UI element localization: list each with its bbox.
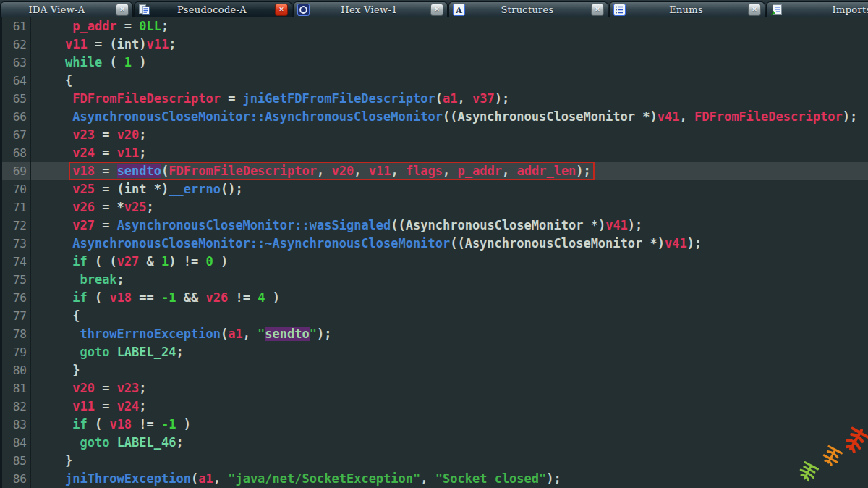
tab-label: Structures <box>467 4 588 15</box>
line-number: 84 <box>0 434 31 452</box>
code-line: if ( (v27 & 1) != 0 ) <box>31 253 868 271</box>
line-number: 63 <box>0 54 31 72</box>
code-row-76[interactable]: 76 if ( v18 == -1 && v26 != 4 ) <box>0 289 868 307</box>
code-line: { <box>31 72 868 90</box>
tab-bar: IDA View-A✕Pseudocode-A✕Hex View-1✕AStru… <box>0 0 868 19</box>
line-number: 76 <box>0 289 31 307</box>
close-icon[interactable]: ✕ <box>430 4 443 16</box>
line-number: 79 <box>0 343 31 361</box>
line-number: 77 <box>0 307 31 325</box>
line-number: 85 <box>0 452 31 470</box>
code-row-82[interactable]: 82 v11 = v24; <box>0 397 868 416</box>
code-line: throwErrnoException(a1, "sendto"); <box>31 325 868 343</box>
line-number: 78 <box>0 325 31 343</box>
code-row-71[interactable]: 71 v26 = *v25; <box>0 198 868 216</box>
code-row-62[interactable]: 62 v11 = (int)v11; <box>0 35 868 54</box>
code-row-84[interactable]: 84 goto LABEL_46; <box>0 434 868 452</box>
line-number: 66 <box>0 108 31 126</box>
line-number: 62 <box>0 35 31 54</box>
code-line: v26 = *v25; <box>31 198 868 216</box>
code-line: if ( v18 != -1 ) <box>31 416 868 434</box>
code-row-77[interactable]: 77 { <box>0 307 868 325</box>
code-line: v18 = sendto(FDFromFileDescriptor, v20, … <box>31 162 868 180</box>
pseudocode-icon <box>138 4 150 16</box>
tab-label: IDA View-A <box>1 4 113 15</box>
line-number: 73 <box>0 235 31 253</box>
code-line: AsynchronousCloseMonitor::~AsynchronousC… <box>31 235 868 253</box>
code-row-65[interactable]: 65 FDFromFileDescriptor = jniGetFDFromFi… <box>0 90 868 108</box>
line-number: 68 <box>0 144 31 162</box>
line-number: 86 <box>0 470 31 488</box>
tab-label: Imports <box>784 4 868 15</box>
line-number: 75 <box>0 271 31 289</box>
close-icon[interactable]: ✕ <box>116 4 129 16</box>
close-icon[interactable]: ✕ <box>591 4 604 16</box>
code-line: v27 = AsynchronousCloseMonitor::wasSigna… <box>31 216 868 235</box>
line-number: 67 <box>0 126 31 144</box>
tab-hex-view-1[interactable]: Hex View-1✕ <box>293 1 448 17</box>
code-row-69[interactable]: 69 v18 = sendto(FDFromFileDescriptor, v2… <box>0 162 868 180</box>
close-icon[interactable]: ✕ <box>748 4 761 16</box>
pseudocode-view: 61 p_addr = 0LL;62 v11 = (int)v11;63 whi… <box>0 17 868 488</box>
line-number: 65 <box>0 90 31 108</box>
code-row-83[interactable]: 83 if ( v18 != -1 ) <box>0 416 868 434</box>
code-row-80[interactable]: 80 } <box>0 361 868 379</box>
code-line: p_addr = 0LL; <box>31 17 868 35</box>
line-number: 64 <box>0 72 31 90</box>
tab-label: Pseudocode-A <box>152 4 272 15</box>
imports-icon <box>770 4 783 16</box>
tab-ida-view-a[interactable]: IDA View-A✕ <box>0 1 133 17</box>
code-line: } <box>31 361 868 379</box>
tab-imports[interactable]: Imports✕ <box>766 1 868 17</box>
enums-icon <box>613 4 626 16</box>
code-row-86[interactable]: 86 jniThrowException(a1, "java/net/Socke… <box>0 470 868 488</box>
code-row-79[interactable]: 79 goto LABEL_24; <box>0 343 868 361</box>
tab-structures[interactable]: AStructures✕ <box>448 1 608 17</box>
close-icon[interactable]: ✕ <box>275 4 288 16</box>
hexview-icon <box>297 4 310 16</box>
code-row-73[interactable]: 73 AsynchronousCloseMonitor::~Asynchrono… <box>0 235 868 253</box>
code-line: while ( 1 ) <box>31 54 868 72</box>
focus-box: v18 = sendto(FDFromFileDescriptor, v20, … <box>69 162 595 180</box>
code-line: v24 = v11; <box>31 144 868 162</box>
line-number: 70 <box>0 180 31 198</box>
code-row-75[interactable]: 75 break; <box>0 271 868 289</box>
line-number: 80 <box>0 361 31 379</box>
code-line: v23 = v20; <box>31 126 868 144</box>
tab-label: Enums <box>627 4 745 15</box>
code-line: jniThrowException(a1, "java/net/SocketEx… <box>31 470 868 488</box>
code-line: { <box>31 307 868 325</box>
code-row-81[interactable]: 81 v20 = v23; <box>0 379 868 397</box>
code-line: AsynchronousCloseMonitor::AsynchronousCl… <box>31 108 868 126</box>
tab-enums[interactable]: Enums✕ <box>609 1 765 17</box>
code-row-74[interactable]: 74 if ( (v27 & 1) != 0 ) <box>0 253 868 271</box>
code-row-72[interactable]: 72 v27 = AsynchronousCloseMonitor::wasSi… <box>0 216 868 235</box>
line-number: 69 <box>0 162 31 180</box>
code-row-66[interactable]: 66 AsynchronousCloseMonitor::Asynchronou… <box>0 108 868 126</box>
code-row-78[interactable]: 78 throwErrnoException(a1, "sendto"); <box>0 325 868 343</box>
code-line: v20 = v23; <box>31 379 868 397</box>
tab-pseudocode-a[interactable]: Pseudocode-A✕ <box>134 1 292 17</box>
structures-icon: A <box>453 4 465 16</box>
search-highlight: sendto <box>117 164 161 178</box>
code-line: goto LABEL_24; <box>31 343 868 361</box>
line-number: 83 <box>0 416 31 434</box>
code-row-64[interactable]: 64 { <box>0 72 868 90</box>
code-row-68[interactable]: 68 v24 = v11; <box>0 144 868 162</box>
line-number: 71 <box>0 198 31 216</box>
line-number: 61 <box>0 17 31 35</box>
tab-label: Hex View-1 <box>311 4 427 15</box>
svg-text:A: A <box>455 6 462 15</box>
code-row-63[interactable]: 63 while ( 1 ) <box>0 54 868 72</box>
code-line: v25 = (int *)__errno(); <box>31 180 868 198</box>
line-number: 74 <box>0 253 31 271</box>
code-line: goto LABEL_46; <box>31 434 868 452</box>
code-row-70[interactable]: 70 v25 = (int *)__errno(); <box>0 180 868 198</box>
code-row-61[interactable]: 61 p_addr = 0LL; <box>0 17 868 35</box>
code-row-85[interactable]: 85 } <box>0 452 868 470</box>
search-highlight: sendto <box>265 327 309 341</box>
line-number: 81 <box>0 379 31 397</box>
line-number: 72 <box>0 216 31 235</box>
line-number: 82 <box>0 397 31 416</box>
code-row-67[interactable]: 67 v23 = v20; <box>0 126 868 144</box>
